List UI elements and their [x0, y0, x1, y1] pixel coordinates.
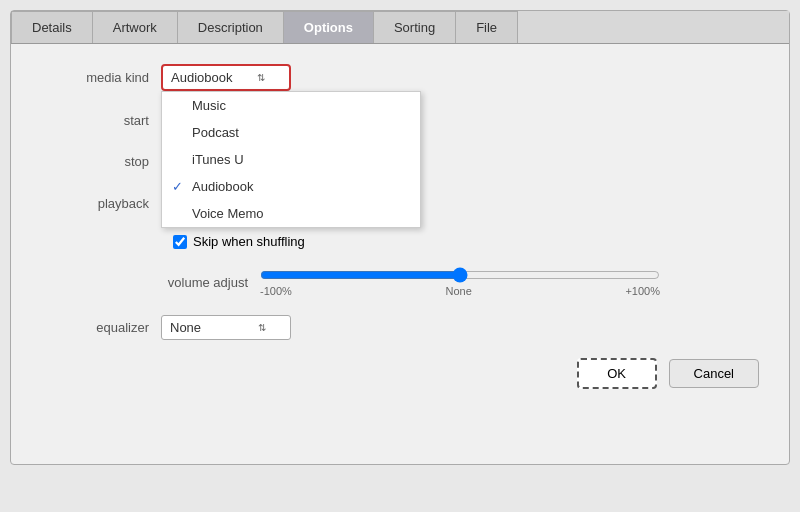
- volume-min-label: -100%: [260, 285, 292, 297]
- start-label: start: [41, 113, 161, 128]
- equalizer-value: None: [170, 320, 201, 335]
- skip-shuffling-label: Skip when shuffling: [193, 234, 305, 249]
- volume-slider[interactable]: [260, 267, 660, 283]
- button-row: OK Cancel: [41, 358, 759, 389]
- playback-label: playback: [41, 196, 161, 211]
- media-kind-label: media kind: [41, 70, 161, 85]
- media-kind-selectbox[interactable]: Audiobook ⇅: [161, 64, 291, 91]
- tab-file[interactable]: File: [456, 11, 518, 43]
- dropdown-item-music[interactable]: Music: [162, 92, 420, 119]
- tab-bar: Details Artwork Description Options Sort…: [11, 11, 789, 44]
- cancel-button[interactable]: Cancel: [669, 359, 759, 388]
- tab-artwork[interactable]: Artwork: [93, 11, 178, 43]
- equalizer-arrows: ⇅: [258, 322, 266, 333]
- media-kind-row: media kind Audiobook ⇅ Music Podcast iTu…: [41, 64, 759, 91]
- dropdown-item-audiobook[interactable]: Audiobook: [162, 173, 420, 200]
- content-area: media kind Audiobook ⇅ Music Podcast iTu…: [11, 44, 789, 464]
- media-kind-value: Audiobook: [171, 70, 232, 85]
- skip-shuffling-row: Skip when shuffling: [173, 234, 759, 249]
- dialog: Details Artwork Description Options Sort…: [10, 10, 790, 465]
- slider-labels: -100% None +100%: [260, 285, 660, 297]
- media-kind-dropdown: Music Podcast iTunes U Audiobook Voice M…: [161, 91, 421, 228]
- media-kind-select[interactable]: Audiobook ⇅ Music Podcast iTunes U Audio…: [161, 64, 291, 91]
- slider-container: -100% None +100%: [260, 267, 660, 297]
- equalizer-label: equalizer: [41, 320, 161, 335]
- volume-max-label: +100%: [625, 285, 660, 297]
- skip-shuffling-checkbox[interactable]: [173, 235, 187, 249]
- equalizer-selectbox[interactable]: None ⇅: [161, 315, 291, 340]
- ok-button[interactable]: OK: [577, 358, 657, 389]
- stop-label: stop: [41, 154, 161, 169]
- media-kind-arrows: ⇅: [257, 72, 265, 83]
- dropdown-item-voice-memo[interactable]: Voice Memo: [162, 200, 420, 227]
- dropdown-item-podcast[interactable]: Podcast: [162, 119, 420, 146]
- volume-label: volume adjust: [140, 275, 260, 290]
- tab-sorting[interactable]: Sorting: [374, 11, 456, 43]
- volume-inner: volume adjust -100% None +100%: [140, 267, 660, 297]
- volume-none-label: None: [445, 285, 471, 297]
- dropdown-item-itunes-u[interactable]: iTunes U: [162, 146, 420, 173]
- volume-row: volume adjust -100% None +100%: [41, 267, 759, 297]
- tab-options[interactable]: Options: [284, 11, 374, 43]
- equalizer-row: equalizer None ⇅: [41, 315, 759, 340]
- tab-details[interactable]: Details: [11, 11, 93, 43]
- tab-description[interactable]: Description: [178, 11, 284, 43]
